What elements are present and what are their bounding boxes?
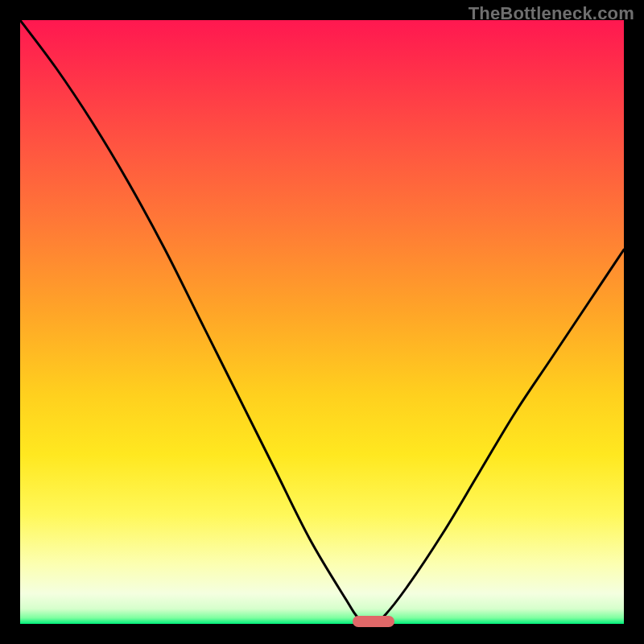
optimum-marker	[353, 616, 395, 627]
bottleneck-curve-path	[20, 20, 624, 624]
image-root: TheBottleneck.com	[0, 0, 644, 644]
bottleneck-curve-svg	[20, 20, 624, 624]
plot-area	[20, 20, 624, 624]
watermark-text: TheBottleneck.com	[469, 3, 634, 24]
